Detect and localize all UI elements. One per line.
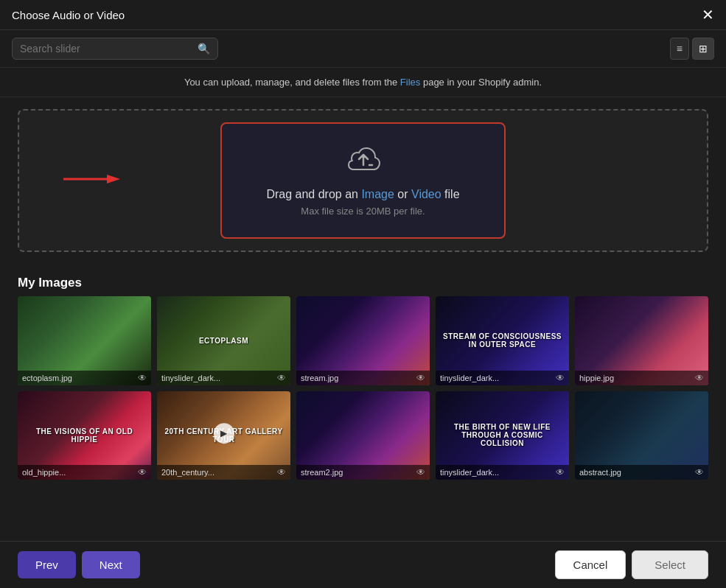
search-input[interactable] [20, 43, 192, 55]
image-name: abstract.jpg [579, 468, 621, 477]
grid-view-button[interactable]: ⊞ [692, 38, 714, 60]
upload-text-or: or [394, 188, 411, 200]
image-name: stream2.jpg [301, 468, 343, 477]
search-box: 🔍 [12, 38, 218, 60]
upload-main-text: Drag and drop an Image or Video file [266, 188, 459, 201]
upload-dropzone[interactable]: Drag and drop an Image or Video file Max… [220, 122, 505, 239]
list-item[interactable]: STREAM OF CONSCIOUSNESS IN OUTER SPACEti… [436, 296, 569, 385]
images-grid-wrap: ectoplasm.jpg👁ECTOPLASMtinyslider_dark..… [0, 296, 726, 541]
footer: Prev Next Cancel Select [0, 541, 726, 588]
footer-left: Prev Next [18, 551, 140, 578]
image-name: tinyslider_dark... [161, 374, 220, 382]
image-title-text: THE VISIONS OF AN OLD HIPPIE [24, 427, 145, 444]
list-item[interactable]: hippie.jpg👁 [575, 296, 708, 385]
image-footer: ectoplasm.jpg👁 [18, 371, 151, 385]
image-footer: abstract.jpg👁 [575, 465, 708, 480]
image-name: old_hippie... [22, 468, 66, 477]
eye-icon[interactable]: 👁 [416, 467, 425, 477]
list-item[interactable]: abstract.jpg👁 [575, 391, 708, 480]
image-title-text: THE BIRTH OF NEW LIFE THROUGH A COSMIC C… [441, 423, 563, 447]
view-toggle: ≡ ⊞ [670, 38, 714, 60]
list-view-button[interactable]: ≡ [670, 38, 689, 60]
cloud-upload-icon [266, 144, 459, 181]
eye-icon[interactable]: 👁 [277, 373, 286, 383]
list-item[interactable]: ECTOPLASMtinyslider_dark...👁 [157, 296, 290, 385]
images-heading: My Images [0, 267, 726, 296]
search-icon: 🔍 [198, 43, 210, 55]
upload-text-1: Drag and drop an [266, 188, 361, 200]
close-button[interactable]: ✕ [702, 7, 714, 22]
info-bar: You can upload, manage, and delete files… [0, 68, 726, 97]
image-name: stream.jpg [301, 374, 338, 382]
eye-icon[interactable]: 👁 [138, 373, 147, 383]
list-item[interactable]: stream2.jpg👁 [296, 391, 430, 480]
list-item[interactable]: THE BIRTH OF NEW LIFE THROUGH A COSMIC C… [436, 391, 569, 480]
list-item[interactable]: ectoplasm.jpg👁 [18, 296, 151, 385]
image-footer: old_hippie...👁 [18, 465, 151, 480]
toolbar: 🔍 ≡ ⊞ [0, 30, 726, 68]
upload-subtext: Max file size is 20MB per file. [266, 206, 459, 217]
image-name: hippie.jpg [579, 374, 614, 382]
info-text-1: You can upload, manage, and delete files… [184, 77, 400, 88]
images-grid: ectoplasm.jpg👁ECTOPLASMtinyslider_dark..… [18, 296, 708, 486]
image-name: ectoplasm.jpg [22, 374, 72, 382]
image-footer: tinyslider_dark...👁 [157, 371, 290, 385]
eye-icon[interactable]: 👁 [556, 373, 565, 383]
eye-icon[interactable]: 👁 [277, 467, 286, 477]
arrow-indicator [63, 164, 122, 197]
images-section: My Images ectoplasm.jpg👁ECTOPLASMtinysli… [0, 267, 726, 541]
image-name: tinyslider_dark... [440, 374, 499, 382]
eye-icon[interactable]: 👁 [695, 467, 704, 477]
eye-icon[interactable]: 👁 [695, 373, 704, 383]
next-button[interactable]: Next [82, 551, 140, 578]
image-link[interactable]: Image [361, 188, 394, 200]
list-item[interactable]: stream.jpg👁 [296, 296, 430, 385]
image-footer: tinyslider_dark...👁 [436, 465, 569, 480]
list-item[interactable]: THE VISIONS OF AN OLD HIPPIEold_hippie..… [18, 391, 151, 480]
eye-icon[interactable]: 👁 [556, 467, 565, 477]
upload-section: Drag and drop an Image or Video file Max… [0, 97, 726, 267]
title-bar: Choose Audio or Video ✕ [0, 0, 726, 30]
play-button-icon[interactable]: ▶ [214, 423, 234, 444]
image-footer: stream2.jpg👁 [296, 465, 430, 480]
video-link[interactable]: Video [411, 188, 441, 200]
image-footer: tinyslider_dark...👁 [436, 371, 569, 385]
image-title-text: ECTOPLASM [199, 337, 248, 345]
cancel-button[interactable]: Cancel [555, 550, 626, 579]
list-item[interactable]: 20TH CENTURY ART GALLERY TOUR▶20th_centu… [157, 391, 290, 480]
image-name: tinyslider_dark... [440, 468, 499, 477]
upload-outer: Drag and drop an Image or Video file Max… [18, 109, 708, 252]
info-text-2: page in your Shopify admin. [420, 77, 542, 88]
image-footer: hippie.jpg👁 [575, 371, 708, 385]
footer-right: Cancel Select [555, 550, 708, 579]
image-name: 20th_century... [161, 468, 214, 477]
eye-icon[interactable]: 👁 [416, 373, 425, 383]
upload-text-2: file [441, 188, 460, 200]
image-footer: stream.jpg👁 [296, 371, 430, 385]
files-link[interactable]: Files [400, 77, 420, 88]
dialog-title: Choose Audio or Video [12, 9, 125, 21]
prev-button[interactable]: Prev [18, 551, 76, 578]
eye-icon[interactable]: 👁 [138, 467, 147, 477]
image-title-text: STREAM OF CONSCIOUSNESS IN OUTER SPACE [441, 332, 563, 349]
select-button[interactable]: Select [632, 550, 708, 579]
image-footer: 20th_century...👁 [157, 465, 290, 480]
